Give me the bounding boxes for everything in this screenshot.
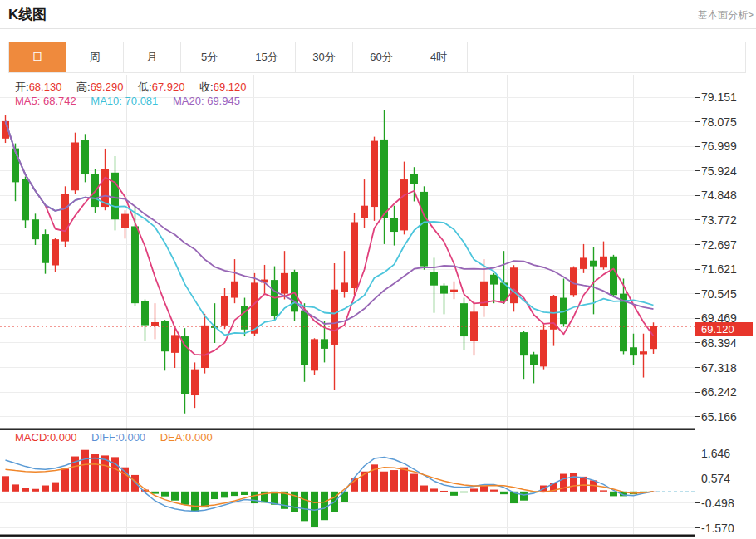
fundamental-analysis-link[interactable]: 基本面分析> — [698, 8, 754, 22]
close-value: 69.120 — [214, 81, 247, 93]
dea-group: DEA:0.000 — [160, 431, 213, 443]
macd-value: 0.000 — [50, 431, 77, 443]
ma5-label: MA5: — [15, 95, 40, 107]
svg-text:74.848: 74.848 — [701, 189, 737, 202]
svg-text:67.318: 67.318 — [701, 361, 737, 375]
svg-text:79.151: 79.151 — [701, 91, 737, 104]
svg-text:-1.570: -1.570 — [701, 522, 734, 535]
svg-text:78.075: 78.075 — [701, 115, 737, 129]
ma20-group: MA20: 69.945 — [173, 95, 240, 107]
tab-day[interactable]: 日 — [9, 42, 66, 72]
macd-group: MACD:0.000 — [15, 431, 76, 443]
svg-text:0.574: 0.574 — [701, 472, 730, 485]
ma5-value: 68.742 — [43, 95, 76, 107]
tab-15min[interactable]: 15分 — [238, 42, 296, 72]
tab-month[interactable]: 月 — [124, 42, 181, 72]
page-title: K线图 — [8, 5, 47, 24]
tab-5min[interactable]: 5分 — [181, 42, 238, 72]
open-value: 68.130 — [29, 81, 62, 93]
low-label: 低: — [138, 81, 152, 93]
open-label: 开: — [15, 81, 29, 93]
svg-text:70.545: 70.545 — [701, 287, 737, 301]
dea-label: DEA: — [160, 431, 185, 443]
tab-filler — [468, 42, 745, 72]
ohlc-legend: 开:68.130 高:69.290 低:67.920 收:69.120 — [15, 80, 258, 95]
diff-label: DIFF: — [91, 431, 119, 443]
tab-60min[interactable]: 60分 — [353, 42, 410, 72]
macd-label: MACD: — [15, 431, 50, 443]
low-group: 低:67.920 — [138, 81, 184, 93]
svg-text:73.772: 73.772 — [701, 213, 737, 227]
svg-text:68.394: 68.394 — [701, 336, 737, 350]
high-value: 69.290 — [91, 81, 124, 93]
low-value: 67.920 — [152, 81, 185, 93]
diff-group: DIFF:0.000 — [91, 431, 145, 443]
macd-legend: MACD:0.000 DIFF:0.000 DEA:0.000 — [15, 431, 224, 443]
title-divider — [0, 28, 756, 29]
tab-4hour[interactable]: 4时 — [410, 42, 468, 72]
svg-text:66.242: 66.242 — [701, 385, 737, 399]
ma20-value: 69.945 — [207, 95, 240, 107]
svg-text:71.621: 71.621 — [701, 262, 737, 276]
ma10-group: MA10: 70.081 — [91, 95, 158, 107]
close-group: 收:69.120 — [199, 81, 246, 93]
current-price-badge: 69.120 — [695, 322, 753, 336]
high-group: 高:69.290 — [76, 81, 123, 93]
svg-text:1.646: 1.646 — [701, 447, 730, 460]
ma20-label: MA20: — [173, 95, 204, 107]
dea-value: 0.000 — [185, 431, 213, 443]
svg-text:72.697: 72.697 — [701, 238, 737, 252]
svg-text:75.924: 75.924 — [701, 164, 737, 178]
svg-text:76.999: 76.999 — [701, 140, 737, 153]
svg-text:65.166: 65.166 — [701, 410, 737, 424]
ma10-label: MA10: — [91, 95, 122, 107]
diff-value: 0.000 — [119, 431, 146, 443]
high-label: 高: — [76, 81, 91, 93]
ma5-group: MA5: 68.742 — [15, 95, 76, 107]
open-group: 开:68.130 — [15, 81, 61, 93]
tab-week[interactable]: 周 — [66, 42, 124, 72]
tab-30min[interactable]: 30分 — [296, 42, 353, 72]
close-label: 收: — [199, 81, 214, 93]
period-tab-bar: 日 周 月 5分 15分 30分 60分 4时 — [8, 42, 746, 73]
svg-text:-0.498: -0.498 — [701, 497, 734, 510]
ma10-value: 70.081 — [125, 95, 159, 107]
ma-legend: MA5: 68.742 MA10: 70.081 MA20: 69.945 — [15, 95, 252, 107]
